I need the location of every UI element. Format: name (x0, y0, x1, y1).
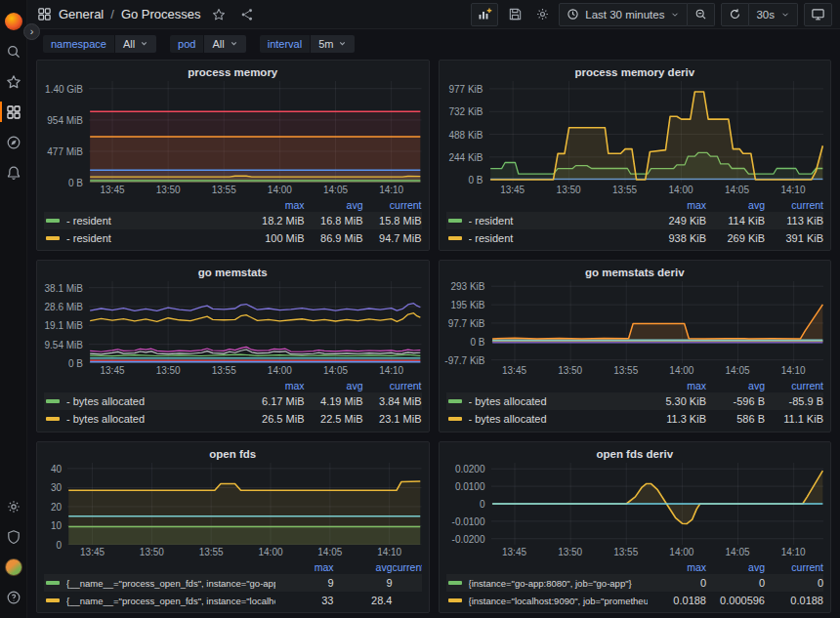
legend: maxavgcurrent- bytes allocated6.17 MiB4.… (44, 378, 422, 428)
legend-series-label[interactable]: {__name__="process_open_fds", instance="… (66, 578, 275, 589)
star-dashboard-button[interactable] (208, 4, 230, 25)
legend-column-max[interactable]: max (275, 561, 334, 573)
plot-area[interactable] (67, 463, 422, 545)
legend-column-avg[interactable]: avg (706, 199, 765, 211)
panel-process-memory-deriv: process memory deriv977 KiB732 KiB488 Ki… (439, 60, 832, 251)
legend-series-label[interactable]: {instance="go-app:8080", job="go-app"} (469, 578, 649, 589)
chart-process-memory: 1.40 GiB954 MiB477 MiB0 B13:4513:5013:55… (44, 81, 422, 196)
legend-swatch[interactable] (46, 219, 60, 223)
legend-swatch[interactable] (46, 236, 60, 240)
legend-swatch[interactable] (448, 417, 462, 421)
x-tick-label: 13:50 (558, 365, 582, 376)
tv-mode-button[interactable] (804, 3, 832, 26)
panel-title[interactable]: go memstats (44, 265, 422, 281)
legend-swatch[interactable] (46, 581, 60, 585)
x-tick-label: 13:50 (156, 185, 181, 195)
legend-series-label[interactable]: {instance="localhost:9090", job="prometh… (469, 596, 649, 606)
plot-area[interactable] (89, 81, 422, 183)
sidebar-item-explore[interactable] (0, 127, 27, 157)
plot-area[interactable] (89, 281, 422, 363)
legend-swatch[interactable] (46, 598, 60, 602)
y-tick-label: 293 KiB (450, 281, 484, 292)
x-axis: 13:4513:5013:5514:0014:0514:10 (491, 363, 824, 377)
legend-series-label[interactable]: - bytes allocated (66, 413, 246, 425)
legend-column-avg[interactable]: avg (305, 199, 363, 211)
legend-value: 938 KiB (648, 232, 706, 244)
x-tick-label: 14:00 (669, 365, 693, 376)
legend-swatch[interactable] (448, 219, 462, 223)
legend-series-label[interactable]: - resident (66, 215, 246, 227)
share-dashboard-button[interactable] (236, 4, 258, 25)
sidebar-item-configuration[interactable] (0, 491, 27, 521)
legend-series-label[interactable]: - resident (66, 232, 246, 244)
legend-series-label[interactable]: {__name__="process_open_fds", instance="… (66, 596, 275, 606)
legend-column-avg[interactable]: avg (334, 561, 393, 573)
refresh-interval-picker[interactable]: 30s (749, 3, 798, 26)
legend-swatch[interactable] (448, 581, 462, 585)
legend-column-current[interactable]: current (765, 199, 823, 211)
plot-area[interactable] (491, 463, 824, 545)
variable-label-pod[interactable]: pod (170, 35, 203, 53)
sidebar-item-search[interactable] (0, 36, 27, 66)
refresh-button[interactable] (721, 3, 749, 26)
legend-series-label[interactable]: - bytes allocated (469, 395, 649, 407)
sidebar-item-dashboards[interactable] (0, 97, 27, 127)
time-range-picker[interactable]: Last 30 minutes (559, 3, 688, 26)
legend-series-label[interactable]: - resident (469, 232, 649, 244)
legend-column-max[interactable]: max (648, 561, 706, 573)
sidebar-item-server-admin[interactable] (0, 521, 27, 552)
legend-column-max[interactable]: max (648, 199, 706, 211)
legend-header: maxavgcurrent (44, 559, 422, 574)
legend-value: 114 KiB (706, 215, 765, 227)
legend-value: 15.8 MiB (363, 215, 422, 227)
add-panel-button[interactable] (471, 3, 498, 26)
legend-column-current[interactable]: current (393, 561, 422, 573)
sidebar-item-alerting[interactable] (0, 157, 27, 187)
variable-value-pod[interactable]: All (204, 35, 245, 53)
legend-swatch[interactable] (448, 236, 462, 240)
legend-column-avg[interactable]: avg (706, 561, 765, 573)
panel-title[interactable]: open fds (44, 446, 422, 463)
legend-column-current[interactable]: current (765, 561, 823, 573)
legend-swatch[interactable] (448, 598, 462, 602)
variable-value-namespace[interactable]: All (115, 35, 156, 53)
legend-column-max[interactable]: max (648, 380, 706, 391)
legend-column-max[interactable]: max (246, 380, 305, 391)
panel-title[interactable]: process memory deriv (446, 64, 824, 81)
zoom-out-button[interactable] (688, 3, 715, 26)
legend-swatch[interactable] (46, 417, 60, 421)
legend-column-max[interactable]: max (246, 199, 305, 211)
legend-column-avg[interactable]: avg (706, 380, 765, 391)
sidebar-item-starred[interactable] (0, 66, 27, 97)
legend-column-avg[interactable]: avg (305, 380, 363, 391)
legend-series-label[interactable]: - bytes allocated (66, 395, 246, 407)
legend-column-current[interactable]: current (363, 380, 422, 391)
legend-series-label[interactable]: - bytes allocated (469, 413, 649, 425)
legend-row: - resident249 KiB114 KiB113 KiB (446, 212, 824, 229)
panel-title[interactable]: go memstats deriv (446, 265, 824, 281)
panel-title[interactable]: process memory (44, 64, 422, 81)
sidebar-expand-button[interactable]: › (23, 23, 40, 40)
variable-label-namespace[interactable]: namespace (43, 35, 114, 53)
dashboard-settings-button[interactable] (531, 4, 553, 25)
sidebar-item-help[interactable] (0, 582, 27, 612)
legend-column-current[interactable]: current (363, 199, 422, 211)
chart-open-fds-deriv: 0.02000.01000-0.0100-0.020013:4513:5013:… (446, 463, 824, 558)
save-dashboard-button[interactable] (504, 4, 525, 25)
variable-label-interval[interactable]: interval (260, 35, 310, 53)
legend-value: 6.17 MiB (246, 395, 305, 407)
breadcrumb-folder[interactable]: General (59, 7, 104, 21)
legend-swatch[interactable] (46, 399, 60, 403)
legend-column-current[interactable]: current (765, 380, 823, 391)
breadcrumb: General / Go Processes (37, 4, 258, 25)
sidebar-item-profile[interactable] (0, 552, 27, 582)
legend-series-label[interactable]: - resident (469, 215, 649, 227)
y-tick-label: 40 (51, 463, 62, 474)
plot-area[interactable] (489, 81, 824, 183)
breadcrumb-dashboard[interactable]: Go Processes (121, 7, 201, 21)
legend-swatch[interactable] (448, 399, 462, 403)
panel-title[interactable]: open fds deriv (446, 446, 824, 463)
plot-area[interactable] (491, 281, 824, 363)
panel-open-fds: open fds40302010013:4513:5013:5514:0014:… (36, 441, 430, 613)
variable-value-interval[interactable]: 5m (311, 35, 355, 53)
